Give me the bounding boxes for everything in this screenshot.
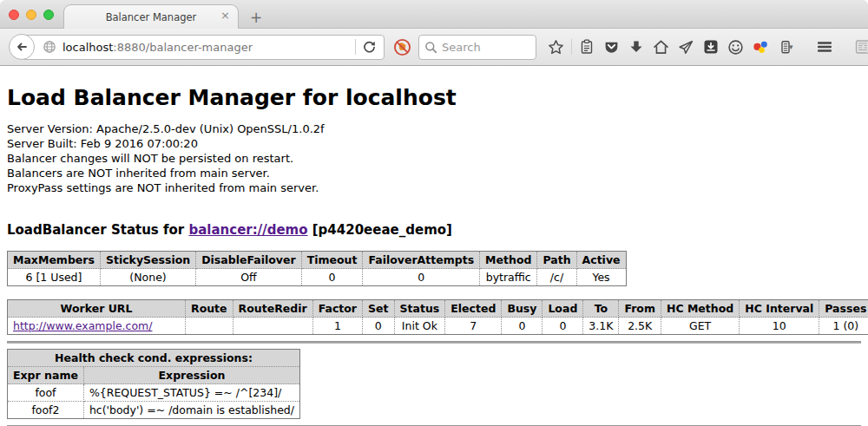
factor-value: 1 bbox=[312, 318, 362, 335]
tab-title: Balancer Manager bbox=[106, 11, 197, 23]
page-content: Load Balancer Manager for localhost Serv… bbox=[0, 66, 868, 425]
column-header: Set bbox=[363, 300, 394, 318]
expression-value: hc('body') =~ /domain is established/ bbox=[83, 402, 299, 419]
expr-name-value: foof bbox=[8, 384, 84, 402]
hc-interval-value: 10 bbox=[740, 318, 819, 335]
reload-icon[interactable] bbox=[362, 40, 377, 55]
failoverattempts-value: 0 bbox=[363, 269, 480, 286]
url-text: localhost:8880/balancer-manager bbox=[62, 41, 253, 54]
chevron-down-icon: ▾ bbox=[789, 43, 793, 51]
toolbar-icons: ▾ bbox=[548, 39, 868, 56]
persist-notice-line: Balancer changes will NOT be persisted o… bbox=[7, 151, 861, 166]
search-input[interactable] bbox=[442, 41, 529, 54]
proxypass-notice-line: ProxyPass settings are NOT inherited fro… bbox=[7, 180, 861, 195]
home-icon[interactable] bbox=[653, 39, 669, 56]
column-header: Passes bbox=[819, 300, 868, 318]
tab-balancer-manager[interactable]: Balancer Manager × bbox=[63, 4, 239, 29]
zoom-window-button[interactable] bbox=[43, 10, 54, 20]
column-header: Timeout bbox=[301, 252, 363, 269]
window-controls bbox=[9, 10, 54, 20]
server-built-line: Server Built: Feb 9 2016 07:00:20 bbox=[7, 136, 861, 151]
send-tab-icon[interactable] bbox=[678, 39, 694, 56]
health-table-title: Health check cond. expressions: bbox=[8, 350, 300, 367]
url-path: :8880/balancer-manager bbox=[113, 41, 253, 54]
worker-table: Worker URL Route RouteRedir Factor Set S… bbox=[7, 299, 868, 335]
balancer-settings-table: MaxMembers StickySession DisableFailover… bbox=[7, 251, 627, 286]
column-header: Expression bbox=[83, 367, 299, 384]
downloads-icon[interactable] bbox=[628, 39, 644, 55]
column-header: From bbox=[619, 300, 661, 318]
column-header: MaxMembers bbox=[8, 252, 101, 269]
column-header: HC Method bbox=[661, 300, 739, 318]
divider bbox=[7, 341, 861, 344]
navigation-toolbar: localhost:8880/balancer-manager bbox=[0, 29, 868, 66]
bookmarks-clipboard-icon[interactable] bbox=[579, 39, 595, 55]
set-value: 0 bbox=[363, 318, 394, 335]
column-header: HC Interval bbox=[740, 300, 819, 318]
expr-name-value: foof2 bbox=[8, 402, 84, 419]
video-download-icon[interactable] bbox=[703, 39, 719, 55]
new-tab-button[interactable]: + bbox=[250, 10, 262, 25]
column-header: Method bbox=[480, 252, 537, 269]
pocket-icon[interactable] bbox=[603, 39, 620, 56]
column-header: To bbox=[583, 300, 619, 318]
column-header: FailoverAttempts bbox=[363, 252, 480, 269]
table-row: foof2 hc('body') =~ /domain is establish… bbox=[8, 402, 300, 419]
url-domain: localhost bbox=[62, 41, 113, 54]
table-title-row: Health check cond. expressions: bbox=[8, 350, 300, 367]
elected-value: 7 bbox=[445, 318, 502, 335]
balancer-status-heading: LoadBalancer Status for balancer://demo … bbox=[7, 222, 861, 238]
health-check-table: Health check cond. expressions: Expr nam… bbox=[7, 349, 300, 419]
bookmark-star-icon[interactable] bbox=[548, 39, 564, 56]
back-arrow-icon bbox=[15, 40, 29, 54]
table-header-row: Worker URL Route RouteRedir Factor Set S… bbox=[8, 300, 868, 318]
column-header: Active bbox=[576, 252, 626, 269]
close-window-button[interactable] bbox=[9, 10, 19, 20]
server-version-line: Server Version: Apache/2.5.0-dev (Unix) … bbox=[7, 121, 861, 136]
url-bar[interactable]: localhost:8880/balancer-manager bbox=[21, 35, 385, 60]
tab-close-icon[interactable]: × bbox=[220, 10, 230, 21]
expression-value: %{REQUEST_STATUS} =~ /^[234]/ bbox=[83, 384, 299, 402]
search-icon bbox=[424, 41, 437, 54]
worker-url-link[interactable]: http://www.example.com/ bbox=[13, 319, 152, 332]
path-value: /c/ bbox=[537, 269, 576, 286]
column-header: RouteRedir bbox=[233, 300, 312, 318]
server-info: Server Version: Apache/2.5.0-dev (Unix) … bbox=[7, 121, 861, 195]
status-suffix: [p4420eeae_demo] bbox=[308, 222, 452, 238]
method-value: bytraffic bbox=[480, 269, 537, 286]
routeredir-value bbox=[233, 318, 312, 335]
column-header: Worker URL bbox=[8, 300, 186, 318]
reader-view-icon[interactable] bbox=[854, 39, 868, 55]
hamburger-menu-icon[interactable] bbox=[816, 39, 833, 55]
column-header: StickySession bbox=[100, 252, 195, 269]
search-box[interactable] bbox=[418, 35, 536, 60]
column-header: Factor bbox=[312, 300, 362, 318]
worker-url-cell: http://www.example.com/ bbox=[8, 318, 186, 335]
page-title: Load Balancer Manager for localhost bbox=[7, 66, 861, 110]
disablefailover-value: Off bbox=[196, 269, 301, 286]
globe-icon bbox=[43, 40, 56, 54]
session-manager-button[interactable]: ▾ bbox=[778, 39, 793, 55]
flash-block-icon[interactable] bbox=[393, 38, 411, 56]
column-header: Status bbox=[394, 300, 445, 318]
maxmembers-value: 6 [1 Used] bbox=[8, 269, 101, 286]
worker-row: http://www.example.com/ 1 0 Init Ok 7 0 … bbox=[8, 318, 868, 335]
column-header: Load bbox=[542, 300, 583, 318]
table-header-row: MaxMembers StickySession DisableFailover… bbox=[8, 252, 627, 269]
toolbar-divider bbox=[571, 39, 572, 55]
column-header: DisableFailover bbox=[196, 252, 301, 269]
column-header: Expr name bbox=[8, 367, 84, 384]
inherit-notice-line: Balancers are NOT inherited from main se… bbox=[7, 166, 861, 180]
load-value: 0 bbox=[542, 318, 583, 335]
to-value: 3.1K bbox=[583, 318, 619, 335]
minimize-window-button[interactable] bbox=[26, 10, 36, 20]
back-button[interactable] bbox=[9, 34, 35, 60]
urlbar-divider bbox=[355, 39, 356, 55]
table-row: foof %{REQUEST_STATUS} =~ /^[234]/ bbox=[8, 384, 300, 402]
table-row: 6 [1 Used] (None) Off 0 0 bytraffic /c/ … bbox=[8, 269, 627, 286]
downloadhelper-balls-icon[interactable] bbox=[753, 39, 769, 56]
emoji-smiley-icon[interactable] bbox=[727, 39, 744, 56]
column-header: Path bbox=[537, 252, 576, 269]
balancer-demo-link[interactable]: balancer://demo bbox=[188, 222, 307, 238]
table-header-row: Expr name Expression bbox=[8, 367, 300, 384]
